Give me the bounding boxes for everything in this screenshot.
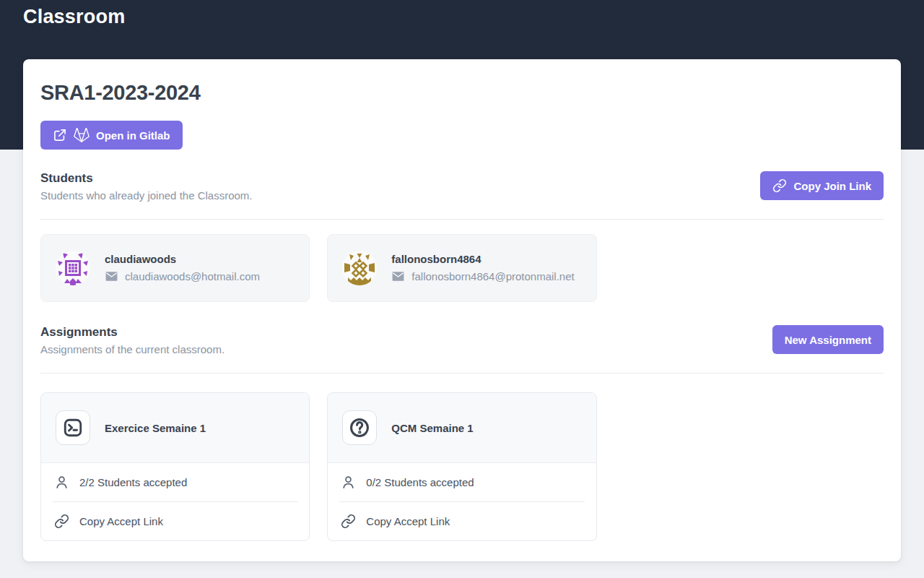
classroom-title: SRA1-2023-2024 — [40, 81, 884, 105]
student-email: claudiawoods@hotmail.com — [125, 270, 260, 282]
app-title: Classroom — [23, 6, 901, 28]
student-info: fallonosborn4864 fallonosborn4864@proton… — [391, 253, 574, 283]
copy-accept-link-button[interactable]: Copy Accept Link — [339, 501, 584, 540]
copy-accept-link-label: Copy Accept Link — [79, 515, 163, 527]
assignments-grid-spacer — [614, 392, 884, 541]
student-email: fallonosborn4864@protonmail.net — [411, 270, 574, 282]
link-icon — [772, 178, 787, 193]
assignments-section-title: Assignments — [40, 325, 225, 340]
students-accepted-text: 2/2 Students accepted — [79, 476, 187, 488]
open-in-gitlab-label: Open in Gitlab — [96, 129, 170, 142]
divider — [40, 373, 884, 374]
student-card: fallonosborn4864 fallonosborn4864@proton… — [327, 234, 596, 302]
assignment-icon-tile — [342, 410, 377, 445]
classroom-card: SRA1-2023-2024 Open in Gitlab Students S… — [23, 59, 901, 561]
copy-join-link-label: Copy Join Link — [793, 180, 871, 192]
envelope-icon — [391, 269, 405, 283]
assignments-section-subtitle: Assignments of the current classroom. — [40, 343, 225, 355]
student-username: claudiawoods — [105, 253, 260, 265]
students-section-subtitle: Students who already joined the Classroo… — [40, 189, 253, 202]
new-assignment-button[interactable]: New Assignment — [772, 325, 884, 354]
assignment-card-header: Exercice Semaine 1 — [41, 393, 309, 463]
open-in-gitlab-button[interactable]: Open in Gitlab — [40, 121, 183, 150]
students-section-title: Students — [40, 171, 253, 186]
link-icon — [54, 514, 69, 529]
link-icon — [341, 514, 356, 529]
assignments-section-titles: Assignments Assignments of the current c… — [40, 325, 225, 355]
new-assignment-label: New Assignment — [785, 334, 871, 346]
students-section-header: Students Students who already joined the… — [40, 171, 884, 202]
question-icon — [348, 416, 371, 439]
students-grid-spacer — [614, 234, 884, 302]
terminal-icon — [62, 417, 84, 439]
students-accepted-text: 0/2 Students accepted — [366, 476, 474, 488]
assignment-card-body: 2/2 Students accepted Copy Accept Link — [41, 463, 309, 540]
student-email-row: fallonosborn4864@protonmail.net — [391, 269, 574, 283]
student-info: claudiawoods claudiawoods@hotmail.com — [105, 253, 260, 283]
copy-accept-link-button[interactable]: Copy Accept Link — [53, 501, 297, 540]
students-grid: claudiawoods claudiawoods@hotmail.com — [40, 234, 884, 302]
person-icon — [54, 475, 69, 490]
assignment-card[interactable]: Exercice Semaine 1 2/2 Students accepted — [40, 392, 310, 541]
identicon-avatar — [56, 251, 90, 285]
assignment-title: Exercice Semaine 1 — [105, 422, 206, 434]
divider — [40, 219, 884, 220]
person-icon — [341, 475, 356, 490]
assignment-icon-tile — [56, 410, 90, 445]
student-email-row: claudiawoods@hotmail.com — [105, 269, 260, 283]
students-accepted-row: 0/2 Students accepted — [339, 463, 584, 501]
students-accepted-row: 2/2 Students accepted — [53, 463, 297, 501]
assignment-card[interactable]: QCM Semaine 1 0/2 Students accepted — [327, 392, 596, 541]
identicon-avatar — [342, 251, 377, 285]
assignment-title: QCM Semaine 1 — [391, 422, 473, 434]
copy-accept-link-label: Copy Accept Link — [366, 515, 450, 527]
copy-join-link-button[interactable]: Copy Join Link — [760, 171, 884, 200]
assignment-card-header: QCM Semaine 1 — [328, 393, 596, 463]
external-link-icon — [53, 128, 67, 142]
assignments-section-header: Assignments Assignments of the current c… — [40, 325, 884, 355]
assignment-card-body: 0/2 Students accepted Copy Accept Link — [328, 463, 596, 540]
envelope-icon — [105, 269, 118, 283]
students-section-titles: Students Students who already joined the… — [40, 171, 253, 202]
student-card: claudiawoods claudiawoods@hotmail.com — [40, 234, 310, 302]
student-username: fallonosborn4864 — [391, 253, 574, 265]
gitlab-icon — [74, 127, 90, 143]
assignments-grid: Exercice Semaine 1 2/2 Students accepted — [40, 392, 884, 541]
